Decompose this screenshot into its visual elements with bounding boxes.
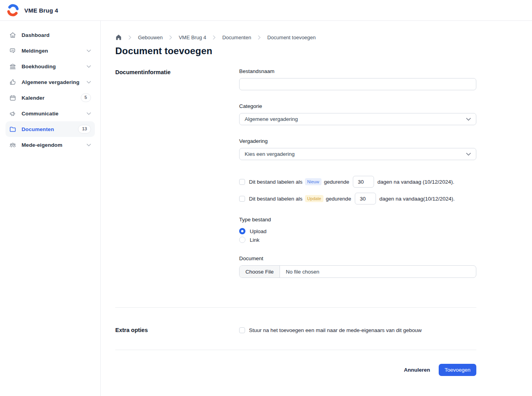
field-type-bestand: Type bestand Upload Link — [239, 217, 476, 244]
calendar-icon — [9, 94, 16, 102]
folder-icon — [9, 125, 16, 133]
chevron-down-icon — [87, 144, 91, 146]
sidebar-item-label: Dashboard — [22, 32, 49, 38]
sidebar-item-label: Meldingen — [22, 48, 48, 54]
radio-upload-row: Upload — [239, 227, 476, 235]
choose-file-button[interactable]: Choose File — [240, 266, 280, 277]
app-title: VME Brug 4 — [24, 7, 58, 14]
home-icon — [9, 31, 16, 39]
sidebar-item-label: Kalender — [22, 95, 45, 101]
vergadering-selected-value: Kies een vergadering — [245, 151, 295, 157]
sidebar-item-label: Boekhouding — [22, 64, 56, 69]
page-title: Document toevoegen — [115, 46, 532, 57]
label-update-suffix: dagen na vandaag(10/12/2024). — [379, 196, 455, 202]
field-bestandsnaam: Bestandsnaam — [239, 68, 476, 90]
label-update-checkbox[interactable] — [239, 196, 245, 202]
chevron-down-icon — [87, 65, 91, 68]
mail-checkbox-row: Stuur na het toevoegen een mail naar de … — [239, 326, 476, 334]
update-tag: Update — [305, 195, 323, 202]
label-update-row: Dit bestand labelen als Update gedurende… — [239, 193, 476, 204]
breadcrumb: Gebouwen VME Brug 4 Documenten Document … — [115, 34, 532, 40]
nieuw-tag: Nieuw — [305, 178, 322, 185]
chevron-down-icon — [87, 81, 91, 84]
chevron-down-icon — [87, 49, 91, 52]
sidebar-item-communicatie[interactable]: Communicatie — [5, 106, 95, 121]
sidebar-item-meldingen[interactable]: Meldingen — [5, 43, 95, 58]
chevron-down-icon — [87, 112, 91, 115]
breadcrumb-gebouwen[interactable]: Gebouwen — [138, 35, 163, 40]
label-nieuw-checkbox[interactable] — [239, 179, 245, 185]
bank-icon — [9, 62, 16, 70]
categorie-select[interactable]: Algemene vergadering — [239, 113, 476, 125]
section-divider — [115, 350, 476, 350]
bestandsnaam-label: Bestandsnaam — [239, 68, 476, 74]
sidebar-item-algemene-vergadering[interactable]: Algemene vergadering — [5, 74, 95, 90]
submit-button[interactable]: Toevoegen — [439, 364, 476, 376]
people-icon — [9, 141, 16, 149]
link-radio-label: Link — [250, 237, 260, 243]
thumbs-up-icon — [9, 78, 16, 86]
mail-checkbox[interactable] — [239, 327, 245, 333]
topbar: VME Brug 4 — [0, 0, 532, 21]
field-document: Document Choose File No file chosen — [239, 255, 476, 278]
sidebar-item-documenten[interactable]: Documenten 13 — [5, 121, 95, 137]
sidebar-item-label: Documenten — [22, 126, 54, 132]
sidebar-item-mede-eigendom[interactable]: Mede-eigendom — [5, 137, 95, 153]
breadcrumb-document-toevoegen: Document toevoegen — [267, 35, 316, 40]
breadcrumb-home-icon[interactable] — [115, 34, 122, 40]
documenten-count-badge: 13 — [78, 125, 91, 133]
sidebar-item-label: Communicatie — [22, 111, 58, 117]
chat-icon — [9, 47, 16, 55]
field-vergadering: Vergadering Kies een vergadering — [239, 138, 476, 160]
field-categorie: Categorie Algemene vergadering — [239, 103, 476, 125]
breadcrumb-separator-icon — [258, 35, 261, 40]
categorie-label: Categorie — [239, 103, 476, 109]
vergadering-select[interactable]: Kies een vergadering — [239, 148, 476, 160]
section-documentinformatie: Documentinformatie Bestandsnaam Categori… — [115, 68, 476, 291]
upload-radio-label: Upload — [250, 228, 267, 234]
label-update-prefix: Dit bestand labelen als — [249, 196, 303, 202]
sidebar-item-dashboard[interactable]: Dashboard — [5, 27, 95, 43]
cancel-button[interactable]: Annuleren — [404, 367, 430, 373]
form-actions: Annuleren Toevoegen — [115, 364, 476, 376]
kalender-count-badge: 5 — [81, 93, 91, 102]
section-extra-opties: Extra opties Stuur na het toevoegen een … — [115, 326, 476, 334]
breadcrumb-separator-icon — [129, 35, 131, 40]
page: VME Brug 4 Dashboard Meldingen — [0, 0, 532, 396]
section-label: Documentinformatie — [115, 68, 239, 75]
file-status-text: No file chosen — [280, 266, 320, 277]
breadcrumb-documenten[interactable]: Documenten — [222, 35, 251, 40]
sidebar-item-label: Mede-eigendom — [22, 142, 62, 148]
extra-opties-label: Extra opties — [115, 326, 239, 333]
main-content: Gebouwen VME Brug 4 Documenten Document … — [101, 21, 532, 396]
sidebar-item-kalender[interactable]: Kalender 5 — [5, 90, 95, 106]
label-nieuw-suffix: dagen na vandaag (10/12/2024). — [378, 179, 454, 185]
file-input[interactable]: Choose File No file chosen — [239, 265, 476, 278]
breadcrumb-separator-icon — [169, 35, 172, 40]
sidebar-item-label: Algemene vergadering — [22, 79, 80, 85]
app-logo-icon — [6, 4, 20, 17]
upload-radio[interactable] — [239, 228, 245, 234]
label-nieuw-middle: gedurende — [324, 179, 349, 185]
sidebar: Dashboard Meldingen Boekhouding — [0, 21, 101, 396]
categorie-selected-value: Algemene vergadering — [245, 116, 298, 122]
sidebar-item-boekhouding[interactable]: Boekhouding — [5, 58, 95, 74]
breadcrumb-vme-brug-4[interactable]: VME Brug 4 — [179, 35, 206, 40]
label-update-middle: gedurende — [326, 196, 351, 202]
megaphone-icon — [9, 109, 16, 117]
chevron-down-icon — [466, 118, 471, 121]
update-days-input[interactable] — [355, 193, 376, 204]
document-form: Documentinformatie Bestandsnaam Categori… — [115, 68, 476, 376]
document-label: Document — [239, 255, 476, 261]
mail-checkbox-label: Stuur na het toevoegen een mail naar de … — [249, 327, 422, 333]
type-bestand-label: Type bestand — [239, 217, 476, 223]
radio-link-row: Link — [239, 236, 476, 244]
link-radio[interactable] — [239, 237, 245, 243]
label-nieuw-row: Dit bestand labelen als Nieuw gedurende … — [239, 176, 476, 188]
section-divider — [115, 307, 476, 308]
breadcrumb-separator-icon — [213, 35, 216, 40]
chevron-down-icon — [466, 153, 471, 156]
label-nieuw-prefix: Dit bestand labelen als — [249, 179, 303, 185]
bestandsnaam-input[interactable] — [239, 78, 476, 90]
nieuw-days-input[interactable] — [353, 176, 374, 188]
